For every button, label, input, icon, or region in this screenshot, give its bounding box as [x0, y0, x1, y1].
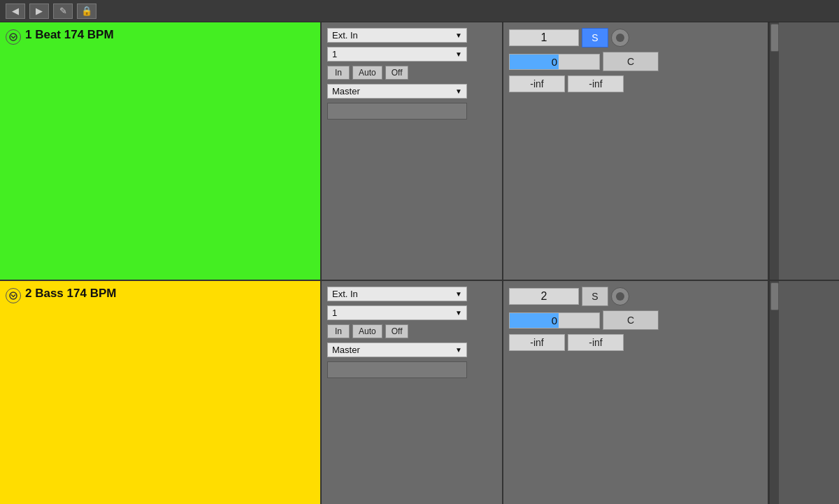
input-source-dropdown-1[interactable]: Ext. In ▼ [327, 28, 467, 43]
off-button-2[interactable]: Off [385, 324, 409, 338]
empty-bar-row-2 [327, 361, 496, 378]
input-channel-row-2: 1 ▼ [327, 305, 496, 320]
lock-button[interactable]: 🔒 [77, 3, 96, 19]
track-number-row-2: 2 S [509, 287, 762, 306]
inf-row-1: -inf -inf [509, 75, 762, 92]
scrollbar-2[interactable] [769, 281, 779, 504]
pan-row-1: 0 C [509, 52, 762, 71]
record-button-1[interactable] [611, 29, 629, 47]
track-controls-2: Ext. In ▼ 1 ▼ In Auto Off [322, 281, 503, 504]
track-label-1: 1 Beat 174 BPM [0, 22, 322, 280]
svg-point-1 [10, 292, 17, 299]
tracks-area: 1 Beat 174 BPM Ext. In ▼ 1 ▼ [0, 22, 839, 504]
top-toolbar: ◀ ▶ ✎ 🔒 [0, 0, 839, 22]
record-button-2[interactable] [611, 287, 629, 305]
input-source-dropdown-2[interactable]: Ext. In ▼ [327, 287, 467, 301]
scrollbar-handle-1[interactable] [770, 24, 779, 52]
solo-button-2[interactable]: S [582, 287, 608, 306]
off-button-1[interactable]: Off [385, 66, 409, 80]
forward-button[interactable]: ▶ [29, 3, 49, 19]
track-title-2: 2 Bass 174 BPM [25, 287, 116, 301]
inf-left-2[interactable]: -inf [509, 334, 565, 351]
inf-right-1[interactable]: -inf [568, 75, 624, 92]
output-dropdown-1[interactable]: Master ▼ [327, 84, 467, 99]
output-row-1: Master ▼ [327, 84, 496, 99]
cue-button-2[interactable]: C [603, 310, 659, 330]
track-controls-1: Ext. In ▼ 1 ▼ In Auto Off [322, 22, 503, 280]
track-title-1: 1 Beat 174 BPM [25, 28, 114, 42]
auto-button-2[interactable]: Auto [352, 324, 382, 338]
scrollbar-1[interactable] [769, 22, 779, 280]
input-channel-dropdown-2[interactable]: 1 ▼ [327, 305, 467, 320]
inf-left-1[interactable]: -inf [509, 75, 565, 92]
track-number-row-1: 1 S [509, 28, 762, 48]
mode-buttons-row-2: In Auto Off [327, 324, 496, 338]
track-label-2: 2 Bass 174 BPM [0, 281, 322, 504]
mode-buttons-row-1: In Auto Off [327, 66, 496, 80]
input-channel-dropdown-1[interactable]: 1 ▼ [327, 47, 467, 62]
inf-right-2[interactable]: -inf [568, 334, 624, 351]
cue-button-1[interactable]: C [603, 52, 659, 71]
pencil-button[interactable]: ✎ [53, 3, 73, 19]
output-dropdown-2[interactable]: Master ▼ [327, 343, 467, 357]
record-dot-inner-2 [616, 292, 624, 301]
track-collapse-1[interactable] [6, 29, 21, 45]
empty-bar-1 [327, 103, 467, 120]
input-source-row-1: Ext. In ▼ [327, 28, 496, 43]
track-collapse-2[interactable] [6, 288, 21, 303]
scrollbar-handle-2[interactable] [770, 282, 779, 310]
record-dot-inner-1 [616, 34, 624, 42]
back-button[interactable]: ◀ [6, 3, 25, 19]
output-row-2: Master ▼ [327, 343, 496, 357]
empty-bar-row-1 [327, 103, 496, 120]
empty-bar-2 [327, 361, 467, 378]
in-button-1[interactable]: In [327, 66, 350, 80]
track-right-controls-2: 2 S 0 C -inf -inf [503, 281, 769, 504]
auto-button-1[interactable]: Auto [352, 66, 382, 80]
track-number-2: 2 [509, 288, 579, 305]
inf-row-2: -inf -inf [509, 334, 762, 351]
table-row: 2 Bass 174 BPM Ext. In ▼ 1 ▼ In [0, 281, 839, 504]
input-channel-row-1: 1 ▼ [327, 47, 496, 62]
main-area: 1 Beat 174 BPM Ext. In ▼ 1 ▼ [0, 22, 839, 504]
input-source-row-2: Ext. In ▼ [327, 287, 496, 301]
in-button-2[interactable]: In [327, 324, 350, 338]
table-row: 1 Beat 174 BPM Ext. In ▼ 1 ▼ [0, 22, 839, 281]
pan-display-1[interactable]: 0 [509, 54, 600, 70]
track-number-1: 1 [509, 29, 579, 46]
pan-row-2: 0 C [509, 310, 762, 330]
svg-point-0 [10, 34, 17, 41]
pan-display-2[interactable]: 0 [509, 312, 600, 329]
track-right-controls-1: 1 S 0 C -inf -inf [503, 22, 769, 280]
solo-button-1[interactable]: S [582, 28, 608, 48]
